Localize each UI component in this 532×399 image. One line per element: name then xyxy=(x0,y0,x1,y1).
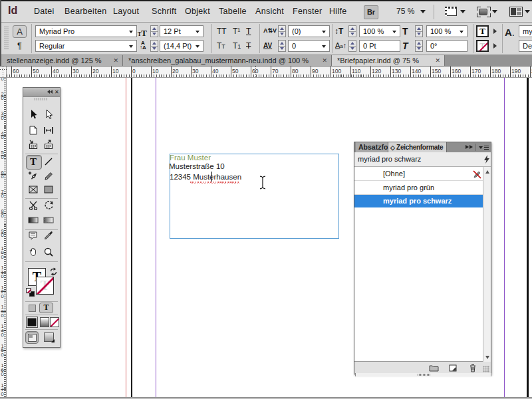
svg-text:T: T xyxy=(30,156,37,167)
